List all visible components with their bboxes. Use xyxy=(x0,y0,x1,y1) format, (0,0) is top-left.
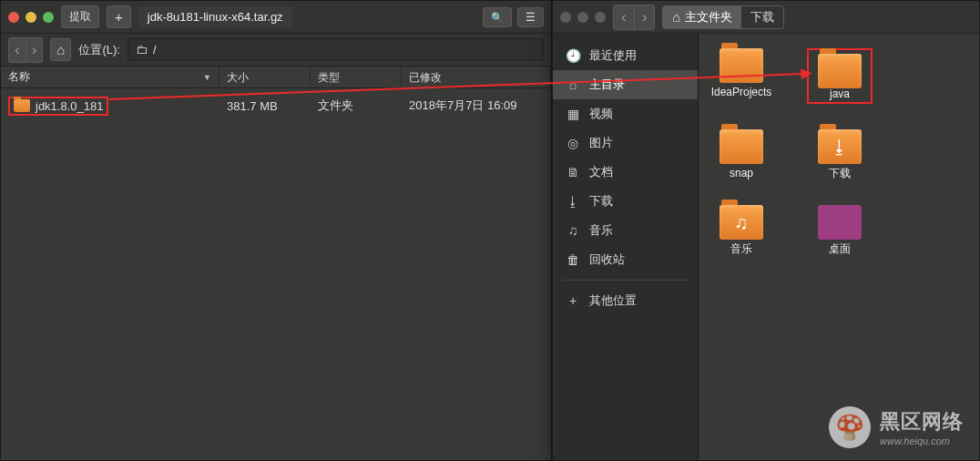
sidebar-icon: ◎ xyxy=(566,136,580,150)
close-icon[interactable] xyxy=(560,12,571,23)
folder-icon: ⭳ xyxy=(818,129,862,164)
forward-button[interactable] xyxy=(26,37,44,63)
sidebar-icon: ⭳ xyxy=(566,194,580,209)
titlebar: 提取 jdk-8u181-linux-x64.tar.gz xyxy=(1,1,551,34)
folder-icon: ♫ xyxy=(720,205,763,240)
menu-button[interactable] xyxy=(517,7,544,27)
home-icon xyxy=(672,9,680,25)
folder-icon xyxy=(136,43,148,56)
watermark: 🍄 黑区网络 www.heiqu.com xyxy=(829,406,964,448)
location-path: / xyxy=(153,43,157,56)
sidebar-item-4[interactable]: 🗎文档 xyxy=(553,158,698,187)
folder-label: 下载 xyxy=(829,168,851,179)
sidebar-label: 最近使用 xyxy=(589,47,637,64)
folder-下载[interactable]: ⭳下载 xyxy=(804,129,875,179)
file-type: 文件夹 xyxy=(311,97,402,114)
folder-icon xyxy=(720,129,763,164)
folder-snap[interactable]: snap xyxy=(706,129,777,179)
file-name: jdk1.8.0_181 xyxy=(36,99,103,113)
sidebar-item-2[interactable]: ▦视频 xyxy=(553,99,698,128)
breadcrumb: 主文件夹 下载 xyxy=(662,5,784,29)
search-button[interactable] xyxy=(483,7,512,27)
watermark-title: 黑区网络 xyxy=(880,408,964,435)
nav-back-forward xyxy=(613,5,655,30)
sidebar-item-1[interactable]: ⌂主目录 xyxy=(553,70,698,99)
folder-label: snap xyxy=(730,168,753,179)
menu-icon xyxy=(526,11,536,24)
sidebar-icon: ⌂ xyxy=(566,77,580,92)
sidebar-label: 其他位置 xyxy=(589,292,637,309)
sidebar-item-6[interactable]: ♫音乐 xyxy=(553,216,698,245)
files-window: 主文件夹 下载 🕘最近使用⌂主目录▦视频◎图片🗎文档⭳下载♫音乐🗑回收站+其他位… xyxy=(552,0,980,461)
sidebar-icon: 🗎 xyxy=(566,165,580,179)
folder-icon xyxy=(818,54,862,88)
folder-icon xyxy=(720,48,763,83)
folder-音乐[interactable]: ♫音乐 xyxy=(706,205,777,255)
breadcrumb-downloads[interactable]: 下载 xyxy=(741,6,783,28)
folder-java[interactable]: java xyxy=(804,48,875,104)
tab-archive-name[interactable]: jdk-8u181-linux-x64.tar.gz xyxy=(138,6,292,27)
folder-grid: IdeaProjectsjavasnap⭳下载♫音乐桌面 xyxy=(699,34,979,460)
chevron-right-icon xyxy=(32,41,37,59)
sidebar-label: 图片 xyxy=(589,135,613,151)
sidebar: 🕘最近使用⌂主目录▦视频◎图片🗎文档⭳下载♫音乐🗑回收站+其他位置 xyxy=(553,34,699,460)
add-button[interactable] xyxy=(107,5,131,28)
column-size-header[interactable]: 大小 xyxy=(219,67,311,87)
sidebar-icon: 🕘 xyxy=(566,48,580,63)
location-bar: 位置(L): / xyxy=(1,34,551,67)
search-icon xyxy=(491,11,504,24)
back-button[interactable] xyxy=(8,37,26,63)
chevron-left-icon xyxy=(621,8,627,26)
forward-button[interactable] xyxy=(635,5,656,30)
minimize-icon[interactable] xyxy=(577,12,588,23)
sidebar-icon: ♫ xyxy=(566,223,580,238)
sidebar-item-0[interactable]: 🕘最近使用 xyxy=(553,41,698,70)
folder-icon xyxy=(14,99,30,112)
sidebar-item-7[interactable]: 🗑回收站 xyxy=(553,245,698,274)
watermark-url: www.heiqu.com xyxy=(880,435,964,446)
sidebar-icon: + xyxy=(566,293,580,308)
sidebar-icon: 🗑 xyxy=(566,252,580,267)
watermark-icon: 🍄 xyxy=(829,406,871,448)
titlebar: 主文件夹 下载 xyxy=(553,1,979,34)
sidebar-label: 回收站 xyxy=(589,251,625,268)
column-type-header[interactable]: 类型 xyxy=(311,67,402,87)
close-icon[interactable] xyxy=(8,12,19,23)
window-controls xyxy=(8,12,54,23)
home-button[interactable] xyxy=(50,38,71,61)
maximize-icon[interactable] xyxy=(43,12,54,23)
sidebar-item-8[interactable]: +其他位置 xyxy=(553,286,698,315)
sidebar-label: 视频 xyxy=(589,106,613,122)
folder-桌面[interactable]: 桌面 xyxy=(804,205,875,255)
location-input[interactable]: / xyxy=(128,38,544,61)
home-icon xyxy=(56,42,65,57)
sidebar-label: 音乐 xyxy=(589,222,613,239)
file-modified: 2018年7月7日 16:09 xyxy=(402,97,551,114)
folder-label: 音乐 xyxy=(730,243,752,255)
folder-icon xyxy=(818,205,862,240)
sidebar-icon: ▦ xyxy=(566,107,580,121)
sidebar-item-3[interactable]: ◎图片 xyxy=(553,128,698,158)
sort-indicator-icon: ▼ xyxy=(203,73,211,82)
chevron-right-icon xyxy=(642,8,648,26)
folder-label: IdeaProjects xyxy=(711,87,772,98)
file-list: jdk1.8.0_181 381.7 MB 文件夹 2018年7月7日 16:0… xyxy=(1,88,551,460)
breadcrumb-home[interactable]: 主文件夹 xyxy=(663,6,741,28)
plus-icon xyxy=(115,9,123,25)
location-label: 位置(L): xyxy=(78,42,120,58)
sidebar-label: 文档 xyxy=(589,164,613,180)
extract-button[interactable]: 提取 xyxy=(61,5,99,28)
sidebar-label: 下载 xyxy=(589,193,613,210)
nav-back-forward xyxy=(8,37,43,63)
minimize-icon[interactable] xyxy=(26,12,36,23)
archive-window: 提取 jdk-8u181-linux-x64.tar.gz 位置(L): / 名… xyxy=(0,0,552,461)
folder-label: java xyxy=(818,88,862,100)
column-name-header[interactable]: 名称▼ xyxy=(1,67,219,87)
window-controls xyxy=(560,12,606,23)
file-size: 381.7 MB xyxy=(219,99,311,113)
sidebar-item-5[interactable]: ⭳下载 xyxy=(553,187,698,216)
maximize-icon[interactable] xyxy=(595,12,606,23)
chevron-left-icon xyxy=(15,41,20,59)
folder-label: 桌面 xyxy=(829,243,851,255)
back-button[interactable] xyxy=(613,5,635,30)
